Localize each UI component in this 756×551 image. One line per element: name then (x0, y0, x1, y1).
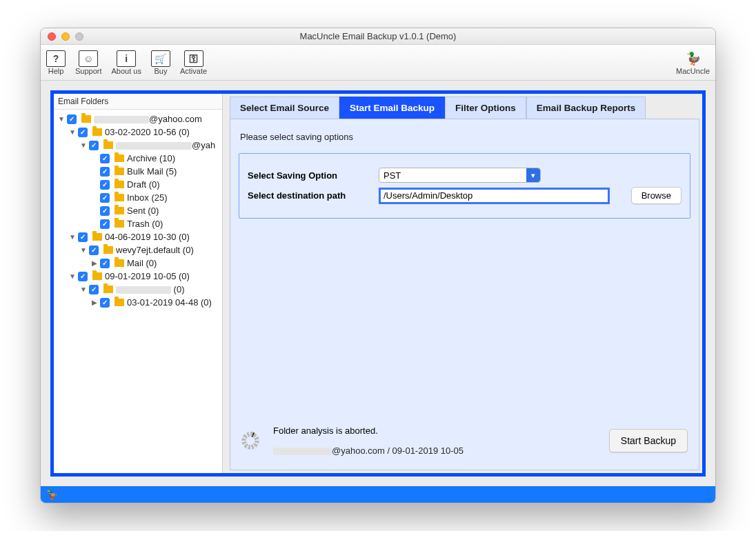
checkbox[interactable] (89, 141, 99, 150)
checkbox[interactable] (100, 259, 110, 268)
folder-icon (115, 220, 124, 228)
checkbox[interactable] (78, 232, 88, 242)
tree-draft[interactable]: Draft (0) (54, 178, 222, 191)
chevron-down-icon[interactable]: ▼ (58, 115, 65, 123)
tree-date-1[interactable]: ▼ 03-02-2020 10-56 (0) (54, 126, 222, 139)
destination-path-input[interactable] (379, 188, 610, 204)
tree-sent[interactable]: Sent (0) (54, 204, 222, 217)
tree-label: 03-02-2020 10-56 (0) (105, 127, 190, 137)
sidebar-header: Email Folders (54, 94, 222, 110)
about-button[interactable]: i About us (112, 50, 141, 75)
tab-start-backup[interactable]: Start Email Backup (339, 97, 445, 119)
folder-icon (92, 233, 102, 241)
folder-icon (115, 181, 124, 188)
tree-label: 09-01-2019 10-05 (0) (105, 271, 190, 281)
help-label: Help (48, 67, 64, 75)
support-button[interactable]: ☺ Support (75, 50, 102, 75)
chevron-down-icon[interactable]: ▼ (80, 246, 87, 254)
tree-archive[interactable]: Archive (10) (54, 152, 222, 165)
redacted-text (116, 286, 171, 294)
brand: 🦆 MacUncle (676, 50, 710, 75)
checkbox[interactable] (100, 193, 110, 203)
panel-hint: Please select saving options (240, 132, 689, 142)
browse-button[interactable]: Browse (631, 187, 682, 204)
brand-label: MacUncle (676, 67, 710, 75)
tree-d3-acc[interactable]: ▼ (0) (54, 283, 222, 296)
destination-label: Select destination path (248, 190, 379, 201)
tree-label: Archive (10) (127, 153, 175, 163)
support-icon: ☺ (79, 50, 98, 67)
app-window: MacUncle Email Backup v1.0.1 (Demo) ? He… (40, 28, 716, 503)
tree-label: Sent (0) (127, 206, 159, 216)
checkbox[interactable] (78, 128, 88, 137)
tab-reports[interactable]: Email Backup Reports (526, 97, 646, 119)
tree-date-2[interactable]: ▼ 04-06-2019 10-30 (0) (54, 230, 222, 243)
chevron-right-icon[interactable]: ▶ (91, 259, 98, 267)
cart-icon: 🛒 (151, 50, 170, 67)
tab-filter-options[interactable]: Filter Options (445, 97, 526, 119)
brand-icon: 🦆 (684, 50, 703, 67)
checkbox[interactable] (100, 154, 110, 163)
checkbox[interactable] (100, 167, 110, 177)
tree-profile[interactable]: ▼ wevy7ejt.default (0) (54, 243, 222, 257)
buy-button[interactable]: 🛒 Buy (151, 50, 170, 75)
sidebar: Email Folders ▼ @yahoo.com ▼ 03-02-2020 … (54, 94, 223, 473)
folder-tree[interactable]: ▼ @yahoo.com ▼ 03-02-2020 10-56 (0) ▼ (54, 110, 222, 473)
checkbox[interactable] (89, 285, 99, 294)
tab-bar: Select Email Source Start Email Backup F… (230, 97, 699, 119)
chevron-down-icon[interactable]: ▼ (69, 272, 76, 280)
folder-icon (81, 115, 91, 123)
checkbox[interactable] (100, 219, 110, 229)
tab-select-source[interactable]: Select Email Source (230, 97, 339, 119)
titlebar: MacUncle Email Backup v1.0.1 (Demo) (41, 28, 715, 45)
folder-icon (115, 207, 124, 214)
key-icon: ⚿ (184, 50, 203, 67)
saving-option-select[interactable]: PST (379, 168, 541, 183)
checkbox[interactable] (67, 114, 77, 124)
tree-label: Bulk Mail (5) (127, 166, 177, 177)
footer-bar: 🦆 (41, 486, 715, 503)
tree-label: wevy7ejt.default (0) (116, 245, 194, 255)
checkbox[interactable] (89, 246, 99, 255)
folder-icon (92, 128, 102, 136)
chevron-down-icon[interactable]: ▼ (69, 233, 76, 241)
checkbox[interactable] (100, 298, 110, 308)
checkbox[interactable] (78, 272, 88, 281)
tree-d3-sub[interactable]: ▶ 03-01-2019 04-48 (0) (54, 296, 222, 309)
saving-option-label: Select Saving Option (248, 170, 379, 181)
activate-button[interactable]: ⚿ Activate (180, 50, 207, 75)
status-line-2: @yahoo.com / 09-01-2019 10-05 (332, 445, 464, 456)
about-label: About us (112, 67, 141, 75)
chevron-down-icon[interactable]: ▼ (80, 285, 87, 293)
tree-bulk[interactable]: Bulk Mail (5) (54, 165, 222, 178)
support-label: Support (75, 67, 102, 75)
checkbox[interactable] (100, 206, 110, 216)
chevron-down-icon[interactable]: ▼ (69, 128, 76, 136)
tree-mail[interactable]: ▶ Mail (0) (54, 257, 222, 270)
tree-inbox[interactable]: Inbox (25) (54, 191, 222, 204)
main-panel: Select Email Source Start Email Backup F… (230, 94, 702, 473)
chevron-down-icon[interactable]: ▼ (80, 141, 87, 149)
tree-label: @yahoo.com (149, 114, 202, 124)
tree-date-3[interactable]: ▼ 09-01-2019 10-05 (0) (54, 270, 222, 283)
info-icon: i (117, 50, 136, 67)
folder-icon (103, 285, 113, 293)
status-area: Folder analysis is aborted. @yahoo.com /… (239, 420, 690, 461)
spinner-icon (241, 432, 259, 450)
tree-trash[interactable]: Trash (0) (54, 217, 222, 230)
start-backup-button[interactable]: Start Backup (609, 429, 688, 452)
help-icon: ? (46, 50, 66, 67)
chevron-right-icon[interactable]: ▶ (91, 299, 98, 306)
folder-icon (115, 259, 124, 267)
folder-icon (115, 154, 124, 162)
tree-account-1[interactable]: ▼ @yah (54, 139, 222, 152)
tree-label: Mail (0) (127, 258, 157, 268)
folder-icon (115, 168, 124, 175)
help-button[interactable]: ? Help (46, 50, 66, 75)
tree-label: Inbox (25) (127, 192, 168, 203)
checkbox[interactable] (100, 180, 110, 190)
redacted-text (273, 448, 332, 455)
folder-icon (92, 272, 102, 280)
folder-icon (103, 246, 113, 254)
tree-root[interactable]: ▼ @yahoo.com (54, 112, 222, 126)
